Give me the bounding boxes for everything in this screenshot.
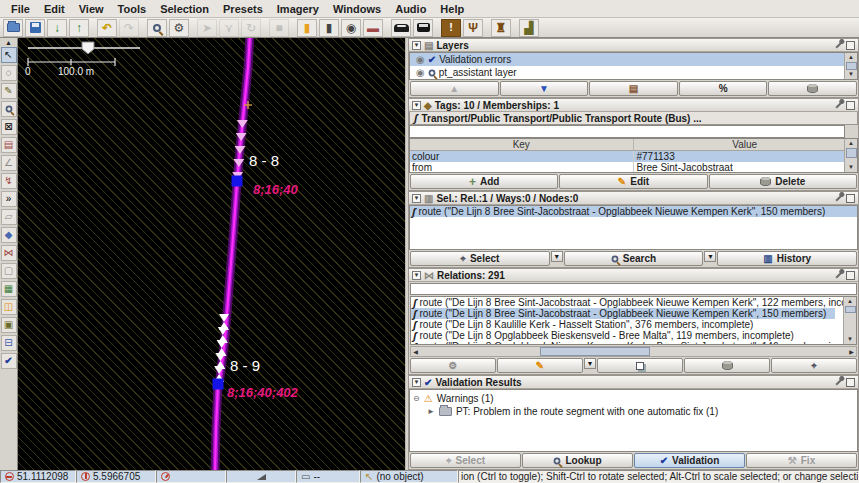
wireframe-button[interactable]: ➤ [197, 19, 217, 37]
preset-link-row[interactable]: ʃ Transport/Public Transport/Public Tran… [409, 112, 858, 125]
create-relation-tool-button[interactable]: ⋈ [1, 245, 17, 261]
layer-row-partial[interactable]: ◉ ◉ [410, 79, 848, 80]
pin-icon[interactable] [835, 101, 842, 108]
history-button[interactable]: ▥History [717, 251, 857, 266]
menu-tools[interactable]: Tools [111, 2, 154, 16]
layer-row-validation[interactable]: ◉ ✔ Validation errors [410, 53, 848, 66]
relation-row[interactable]: ʃ route ("De Lijn 8 Bree Sint-Jacobstraa… [411, 297, 835, 308]
select-relation-button[interactable]: ⌖ [771, 358, 857, 373]
preset-bus-button[interactable] [413, 19, 433, 37]
preset-car-button[interactable] [391, 19, 411, 37]
placeholder-button[interactable]: ■ [269, 19, 289, 37]
expander-closed-icon[interactable]: ► [427, 407, 435, 416]
move-tool-button[interactable]: ↖ [1, 47, 17, 63]
menu-help[interactable]: Help [433, 2, 471, 16]
open-button[interactable] [3, 19, 23, 37]
preset-castle-button[interactable]: ♜ [491, 19, 511, 37]
scroll-thumb[interactable] [846, 148, 857, 158]
selected-relation-row[interactable]: ʃ route ("De Lijn 8 Bree Sint-Jacobstraa… [410, 206, 857, 217]
scroll-thumb[interactable] [845, 306, 856, 313]
pin-icon[interactable] [835, 41, 842, 48]
toolbar-overflow-up-icon[interactable]: ▲ [5, 39, 12, 46]
menu-file[interactable]: File [4, 2, 37, 16]
zoom-tool-button[interactable] [1, 101, 17, 117]
warnings-group-row[interactable]: ⊖ ⚠ Warnings (1) [413, 392, 857, 405]
upload-button[interactable]: ↑ [69, 19, 89, 37]
expander-open-icon[interactable]: ⊖ [413, 394, 420, 403]
edit-dropdown-icon[interactable]: ▼ [584, 358, 596, 369]
stop-node-1[interactable] [232, 176, 243, 187]
relation-row[interactable]: ʃ route ("De Lijn 8 Kaulille Kerk - Hass… [411, 319, 835, 330]
add-tag-tool-button[interactable]: ◆ [1, 227, 17, 243]
collapse-icon[interactable]: ▼ [412, 101, 421, 110]
preset-road-button[interactable]: ▮ [319, 19, 339, 37]
layer-down-button[interactable]: ▼ [500, 81, 589, 96]
layers-scrollbar[interactable]: ▲ ▼ [844, 53, 857, 79]
close-icon[interactable] [846, 41, 855, 50]
fix-button[interactable]: ⚒Fix [746, 453, 857, 468]
menu-edit[interactable]: Edit [37, 2, 72, 16]
edit-tag-button[interactable]: ✎Edit [559, 174, 707, 189]
validate-tool-button[interactable]: ✔ [1, 353, 17, 369]
key-column-header[interactable]: Key [410, 139, 634, 150]
preset-motorway-button[interactable]: ▮ [297, 19, 317, 37]
extrude-tool-button[interactable]: ▱ [1, 209, 17, 225]
delete-tag-button[interactable]: Delete [709, 174, 857, 189]
selection-tool-button[interactable]: ▢ [1, 263, 17, 279]
collapse-icon[interactable]: ▼ [412, 41, 421, 50]
value-column-header[interactable]: Value [634, 139, 858, 150]
close-icon[interactable] [846, 378, 855, 387]
relations-filter-input[interactable] [410, 283, 857, 295]
parking-tool-button[interactable]: ⊟ [1, 335, 17, 351]
collapse-icon[interactable]: ▼ [412, 271, 421, 280]
download-button[interactable]: ↓ [47, 19, 67, 37]
preset-signal-button[interactable]: ◉ [341, 19, 361, 37]
visibility-eye-icon[interactable]: ◉ [416, 67, 425, 78]
relation-row-selected[interactable]: ʃ route ("De Lijn 8 Bree Sint-Jacobstraa… [411, 308, 835, 319]
imagery-tool-button[interactable]: ▣ [1, 317, 17, 333]
scroll-thumb[interactable] [540, 347, 650, 356]
scroll-up-icon[interactable]: ▲ [848, 53, 854, 62]
menu-windows[interactable]: Windows [326, 2, 388, 16]
angle-snap-tool-button[interactable]: ∠ [1, 155, 17, 171]
select-button[interactable]: ⌖Select [410, 251, 550, 266]
tag-edit-field[interactable] [409, 125, 845, 138]
search-button[interactable]: Search [564, 251, 704, 266]
pin-icon[interactable] [835, 271, 842, 278]
close-icon[interactable] [846, 194, 855, 203]
lookup-button[interactable]: Lookup [522, 453, 633, 468]
select-dropdown-icon[interactable]: ▼ [551, 251, 563, 262]
draw-tool-button[interactable]: ✎ [1, 83, 17, 99]
relation-row-clipped[interactable]: ʃ route ("De Lijn 8 Opglabbeek Nieuwe Ke… [411, 341, 835, 345]
redo-button[interactable]: ↷ [119, 19, 139, 37]
tag-row-colour[interactable]: colour #771133 [410, 151, 857, 162]
pin-icon[interactable] [835, 378, 842, 385]
zoom-slider[interactable] [28, 42, 140, 54]
menu-view[interactable]: View [72, 2, 111, 16]
validation-select-button[interactable]: ⌖Select [410, 453, 521, 468]
scroll-down-icon[interactable]: ▼ [848, 70, 854, 79]
stop-node-2[interactable] [213, 379, 224, 390]
pin-icon[interactable] [835, 194, 842, 201]
tag-row-from[interactable]: from Bree Sint-Jacobstraat [410, 162, 857, 173]
undo-button[interactable]: ↶ [97, 19, 117, 37]
more-tools-button[interactable]: » [1, 191, 17, 207]
add-tag-button[interactable]: +Add [410, 174, 558, 189]
layer-tool-button[interactable]: ◫ [1, 299, 17, 315]
update-data-button[interactable]: ↻ [241, 19, 261, 37]
relation-row[interactable]: ʃ route ("De Lijn 8 Opglabbeek Bieskensv… [411, 330, 835, 341]
close-icon[interactable] [846, 101, 855, 110]
relations-scrollbar[interactable]: ▲ ▼ [843, 297, 856, 344]
layer-up-button[interactable]: ▲ [410, 81, 499, 96]
tags-scrollbar[interactable]: ▲ ▼ [844, 139, 857, 172]
collapse-icon[interactable]: ▼ [412, 194, 421, 203]
delete-tool-button[interactable]: ⊠ [1, 119, 17, 135]
collapse-icon[interactable]: ▼ [412, 378, 421, 387]
menu-selection[interactable]: Selection [153, 2, 216, 16]
scroll-down-icon[interactable]: ▼ [848, 163, 854, 172]
preset-works-button[interactable]: ▟ [519, 19, 539, 37]
layer-row-pt-assistant[interactable]: ◉ pt_assistant layer [410, 66, 848, 79]
scroll-left-icon[interactable]: ◀ [411, 348, 420, 355]
warning-item-row[interactable]: ► PT: Problem in the route segment with … [413, 405, 857, 418]
lasso-tool-button[interactable]: ◌ [1, 65, 17, 81]
